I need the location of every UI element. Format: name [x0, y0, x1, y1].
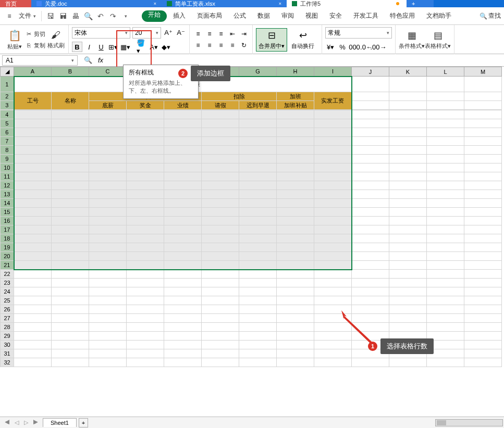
cell[interactable] [202, 163, 239, 172]
cell[interactable] [427, 128, 464, 137]
cell[interactable] [464, 199, 502, 208]
redo-icon[interactable]: ↷ [107, 10, 119, 22]
cell[interactable] [127, 279, 164, 287]
cell[interactable] [127, 358, 164, 367]
cell[interactable] [202, 181, 239, 190]
cell[interactable] [89, 252, 127, 261]
cell[interactable] [164, 279, 202, 287]
row-header[interactable]: 7 [1, 137, 14, 146]
cell[interactable] [127, 190, 164, 199]
indent-left-icon[interactable]: ⇤ [227, 29, 238, 39]
cell[interactable] [427, 181, 464, 190]
hdr-perf[interactable]: 业绩 [164, 101, 202, 110]
col-header[interactable]: B [52, 67, 89, 77]
cell[interactable] [427, 225, 464, 234]
cell[interactable] [89, 199, 127, 208]
cell[interactable] [89, 119, 127, 128]
row-header[interactable]: 23 [1, 279, 14, 287]
align-justify-icon[interactable]: ≡ [227, 40, 238, 51]
cell[interactable] [127, 252, 164, 261]
cell-style-button[interactable]: ▦▾ [120, 42, 130, 52]
cell[interactable] [52, 341, 89, 349]
paste-button[interactable]: 📋 粘贴▾ [5, 29, 24, 51]
cell[interactable] [127, 172, 164, 181]
cell[interactable] [389, 270, 427, 279]
cell[interactable] [14, 279, 52, 287]
cell[interactable] [164, 155, 202, 163]
cell[interactable] [14, 341, 52, 349]
cell[interactable] [277, 225, 314, 234]
cell[interactable] [127, 163, 164, 172]
cell[interactable] [14, 332, 52, 341]
cell[interactable] [164, 243, 202, 252]
menu-tab-dev[interactable]: 开发工具 [348, 7, 384, 25]
row-header[interactable]: 18 [1, 234, 14, 243]
cell[interactable] [277, 155, 314, 163]
align-left-icon[interactable]: ≡ [193, 40, 203, 51]
menu-tab-insert[interactable]: 插入 [168, 7, 191, 25]
format-painter-button[interactable]: 🖌 格式刷 [46, 30, 65, 49]
cell[interactable] [239, 296, 277, 305]
cell[interactable] [389, 287, 427, 296]
cell[interactable] [202, 110, 239, 119]
cell[interactable] [464, 225, 502, 234]
cell[interactable] [164, 287, 202, 296]
cell[interactable] [314, 163, 352, 172]
cell[interactable] [277, 234, 314, 243]
col-header[interactable]: G [239, 67, 277, 77]
cell[interactable] [14, 305, 52, 314]
cell[interactable] [464, 332, 502, 341]
cell[interactable] [164, 208, 202, 217]
row-header[interactable]: 28 [1, 323, 14, 332]
cell[interactable] [52, 296, 89, 305]
cell[interactable] [89, 305, 127, 314]
menu-tab-formula[interactable]: 公式 [228, 7, 251, 25]
cell[interactable] [127, 181, 164, 190]
menu-tab-view[interactable]: 视图 [300, 7, 323, 25]
cell[interactable] [202, 305, 239, 314]
cell[interactable] [389, 172, 427, 181]
merge-center-button[interactable]: ⊟ 合并居中▾ [256, 28, 287, 52]
sheet-last-icon[interactable]: ⯈ [31, 419, 40, 426]
cell[interactable] [164, 163, 202, 172]
cell[interactable] [127, 110, 164, 119]
cell[interactable] [389, 314, 427, 323]
cell[interactable] [52, 332, 89, 341]
cell[interactable] [14, 155, 52, 163]
cell[interactable] [427, 358, 464, 367]
cell[interactable] [277, 314, 314, 323]
cell[interactable] [277, 296, 314, 305]
currency-icon[interactable]: ¥▾ [325, 42, 336, 52]
row-header[interactable]: 24 [1, 287, 14, 296]
row-header[interactable]: 20 [1, 252, 14, 261]
cell[interactable] [352, 234, 389, 243]
indent-right-icon[interactable]: ⇥ [239, 29, 249, 39]
cell[interactable] [389, 190, 427, 199]
cell[interactable] [239, 243, 277, 252]
new-tab-button[interactable]: + [407, 0, 434, 7]
font-name-select[interactable]: 宋体▾ [72, 27, 130, 39]
cell[interactable] [14, 128, 52, 137]
cell[interactable] [239, 199, 277, 208]
cell[interactable] [314, 287, 352, 296]
cell[interactable] [464, 155, 502, 163]
cell[interactable] [89, 190, 127, 199]
cell[interactable] [127, 270, 164, 279]
cell[interactable] [239, 155, 277, 163]
more-icon[interactable]: ▾ [120, 10, 131, 22]
cell[interactable] [427, 110, 464, 119]
cell[interactable] [164, 190, 202, 199]
cell[interactable] [89, 217, 127, 225]
cell[interactable] [202, 119, 239, 128]
cell[interactable] [464, 163, 502, 172]
cell[interactable] [202, 217, 239, 225]
cell[interactable] [427, 252, 464, 261]
cell[interactable] [352, 287, 389, 296]
decimal-dec-icon[interactable]: .00→ [373, 42, 384, 52]
cell[interactable] [89, 128, 127, 137]
cell[interactable] [239, 208, 277, 217]
row-header[interactable]: 31 [1, 349, 14, 358]
undo-icon[interactable]: ↶ [95, 10, 106, 22]
cell[interactable] [202, 279, 239, 287]
cell[interactable] [52, 349, 89, 358]
